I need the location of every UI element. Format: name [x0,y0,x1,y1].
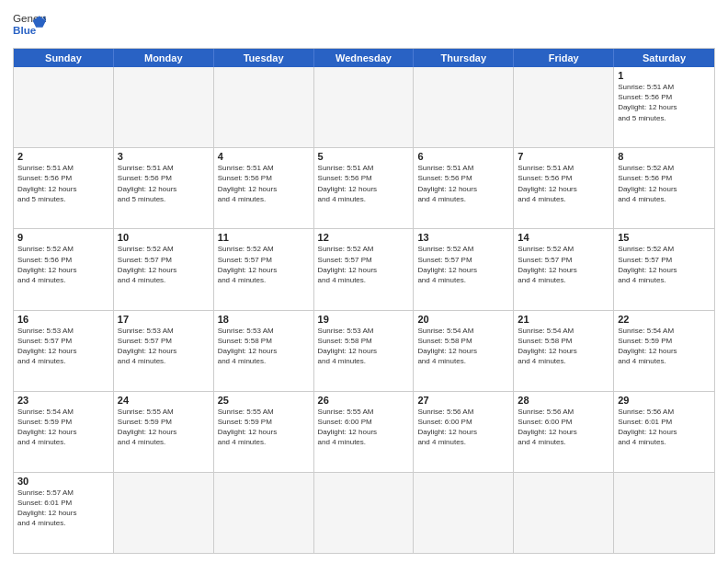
calendar-cell [414,67,514,147]
calendar-cell: 4Sunrise: 5:51 AM Sunset: 5:56 PM Daylig… [214,148,314,228]
day-number: 27 [417,395,509,406]
svg-text:Blue: Blue [13,24,37,36]
day-number: 10 [118,232,210,243]
day-number: 12 [318,232,410,243]
calendar-cell: 23Sunrise: 5:54 AM Sunset: 5:59 PM Dayli… [14,392,114,472]
day-number: 28 [518,395,609,406]
day-info: Sunrise: 5:53 AM Sunset: 5:57 PM Dayligh… [17,326,109,367]
calendar-cell: 10Sunrise: 5:52 AM Sunset: 5:57 PM Dayli… [114,229,214,309]
calendar-cell: 5Sunrise: 5:51 AM Sunset: 5:56 PM Daylig… [314,148,415,228]
header-cell-sunday: Sunday [14,49,114,67]
calendar-cell [14,67,114,147]
day-info: Sunrise: 5:51 AM Sunset: 5:56 PM Dayligh… [618,82,711,123]
day-number: 18 [218,314,310,325]
calendar-cell: 26Sunrise: 5:55 AM Sunset: 6:00 PM Dayli… [314,392,415,472]
header: General Blue [13,9,715,42]
calendar-row-4: 23Sunrise: 5:54 AM Sunset: 5:59 PM Dayli… [14,391,714,472]
calendar-cell: 1Sunrise: 5:51 AM Sunset: 5:56 PM Daylig… [614,67,714,147]
header-cell-saturday: Saturday [614,49,714,67]
calendar-cell: 19Sunrise: 5:53 AM Sunset: 5:58 PM Dayli… [314,311,415,391]
day-number: 25 [218,395,310,406]
day-number: 5 [318,151,410,162]
day-number: 21 [518,314,609,325]
calendar-cell: 30Sunrise: 5:57 AM Sunset: 6:01 PM Dayli… [14,473,114,553]
day-info: Sunrise: 5:52 AM Sunset: 5:57 PM Dayligh… [618,244,711,285]
calendar-cell: 28Sunrise: 5:56 AM Sunset: 6:00 PM Dayli… [514,392,614,472]
calendar-cell: 2Sunrise: 5:51 AM Sunset: 5:56 PM Daylig… [14,148,114,228]
day-number: 20 [417,314,509,325]
day-number: 6 [417,151,509,162]
day-info: Sunrise: 5:54 AM Sunset: 5:59 PM Dayligh… [17,407,109,448]
logo: General Blue [13,9,46,42]
calendar-row-3: 16Sunrise: 5:53 AM Sunset: 5:57 PM Dayli… [14,310,714,391]
day-info: Sunrise: 5:52 AM Sunset: 5:57 PM Dayligh… [218,244,310,285]
day-info: Sunrise: 5:57 AM Sunset: 6:01 PM Dayligh… [17,488,109,529]
calendar-cell: 18Sunrise: 5:53 AM Sunset: 5:58 PM Dayli… [214,311,314,391]
calendar-header-row: SundayMondayTuesdayWednesdayThursdayFrid… [14,49,714,67]
calendar-cell: 15Sunrise: 5:52 AM Sunset: 5:57 PM Dayli… [614,229,714,309]
calendar-cell [614,473,714,553]
day-info: Sunrise: 5:54 AM Sunset: 5:58 PM Dayligh… [518,326,609,367]
calendar-cell [514,67,614,147]
day-info: Sunrise: 5:53 AM Sunset: 5:58 PM Dayligh… [318,326,410,367]
calendar-cell: 17Sunrise: 5:53 AM Sunset: 5:57 PM Dayli… [114,311,214,391]
calendar-cell: 27Sunrise: 5:56 AM Sunset: 6:00 PM Dayli… [414,392,514,472]
day-info: Sunrise: 5:51 AM Sunset: 5:56 PM Dayligh… [118,163,210,204]
day-number: 3 [118,151,210,162]
day-info: Sunrise: 5:51 AM Sunset: 5:56 PM Dayligh… [417,163,509,204]
calendar-cell [114,473,214,553]
day-info: Sunrise: 5:56 AM Sunset: 6:00 PM Dayligh… [417,407,509,448]
calendar-cell: 9Sunrise: 5:52 AM Sunset: 5:56 PM Daylig… [14,229,114,309]
day-info: Sunrise: 5:52 AM Sunset: 5:57 PM Dayligh… [417,244,509,285]
day-number: 29 [618,395,711,406]
calendar-cell: 12Sunrise: 5:52 AM Sunset: 5:57 PM Dayli… [314,229,415,309]
day-info: Sunrise: 5:51 AM Sunset: 5:56 PM Dayligh… [318,163,410,204]
calendar-cell: 3Sunrise: 5:51 AM Sunset: 5:56 PM Daylig… [114,148,214,228]
day-info: Sunrise: 5:52 AM Sunset: 5:57 PM Dayligh… [118,244,210,285]
day-number: 30 [17,476,109,487]
calendar-cell [214,67,314,147]
day-info: Sunrise: 5:55 AM Sunset: 5:59 PM Dayligh… [218,407,310,448]
day-number: 16 [17,314,109,325]
day-number: 15 [618,232,711,243]
day-info: Sunrise: 5:52 AM Sunset: 5:57 PM Dayligh… [518,244,609,285]
day-info: Sunrise: 5:56 AM Sunset: 6:00 PM Dayligh… [518,407,609,448]
day-number: 13 [417,232,509,243]
calendar: SundayMondayTuesdayWednesdayThursdayFrid… [13,48,715,554]
day-info: Sunrise: 5:54 AM Sunset: 5:59 PM Dayligh… [618,326,711,367]
day-number: 7 [518,151,609,162]
calendar-page: General Blue SundayMondayTuesdayWednesda… [0,0,728,563]
day-number: 14 [518,232,609,243]
day-number: 11 [218,232,310,243]
day-info: Sunrise: 5:55 AM Sunset: 5:59 PM Dayligh… [118,407,210,448]
calendar-row-1: 2Sunrise: 5:51 AM Sunset: 5:56 PM Daylig… [14,147,714,228]
day-info: Sunrise: 5:51 AM Sunset: 5:56 PM Dayligh… [518,163,609,204]
day-info: Sunrise: 5:56 AM Sunset: 6:01 PM Dayligh… [618,407,711,448]
day-info: Sunrise: 5:53 AM Sunset: 5:57 PM Dayligh… [118,326,210,367]
logo-icon: General Blue [13,9,46,42]
calendar-cell: 29Sunrise: 5:56 AM Sunset: 6:01 PM Dayli… [614,392,714,472]
day-number: 1 [618,70,711,81]
calendar-cell: 16Sunrise: 5:53 AM Sunset: 5:57 PM Dayli… [14,311,114,391]
day-info: Sunrise: 5:54 AM Sunset: 5:58 PM Dayligh… [417,326,509,367]
calendar-cell [514,473,614,553]
calendar-row-2: 9Sunrise: 5:52 AM Sunset: 5:56 PM Daylig… [14,228,714,309]
day-number: 22 [618,314,711,325]
day-info: Sunrise: 5:52 AM Sunset: 5:57 PM Dayligh… [318,244,410,285]
day-info: Sunrise: 5:52 AM Sunset: 5:56 PM Dayligh… [618,163,711,204]
calendar-cell: 13Sunrise: 5:52 AM Sunset: 5:57 PM Dayli… [414,229,514,309]
day-info: Sunrise: 5:52 AM Sunset: 5:56 PM Dayligh… [17,244,109,285]
calendar-cell: 25Sunrise: 5:55 AM Sunset: 5:59 PM Dayli… [214,392,314,472]
day-number: 2 [17,151,109,162]
day-info: Sunrise: 5:53 AM Sunset: 5:58 PM Dayligh… [218,326,310,367]
calendar-cell: 20Sunrise: 5:54 AM Sunset: 5:58 PM Dayli… [414,311,514,391]
day-number: 26 [318,395,410,406]
calendar-row-0: 1Sunrise: 5:51 AM Sunset: 5:56 PM Daylig… [14,67,714,147]
header-cell-tuesday: Tuesday [214,49,314,67]
day-number: 9 [17,232,109,243]
day-info: Sunrise: 5:51 AM Sunset: 5:56 PM Dayligh… [218,163,310,204]
calendar-cell [314,473,415,553]
calendar-cell: 24Sunrise: 5:55 AM Sunset: 5:59 PM Dayli… [114,392,214,472]
header-cell-thursday: Thursday [414,49,514,67]
day-info: Sunrise: 5:55 AM Sunset: 6:00 PM Dayligh… [318,407,410,448]
